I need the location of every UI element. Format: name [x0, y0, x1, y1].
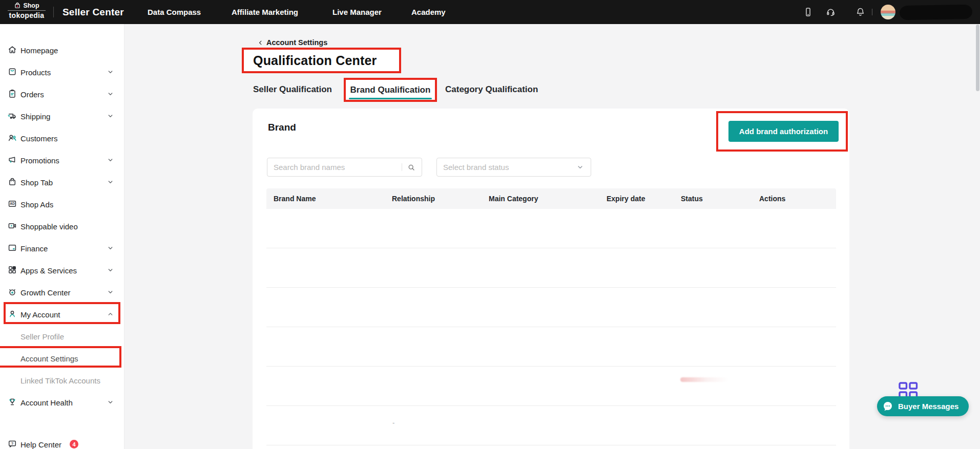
- sidebar-item-homepage[interactable]: Homepage: [0, 39, 124, 61]
- sidebar-item-promotions[interactable]: Promotions: [0, 149, 124, 171]
- chevron-down-icon[interactable]: [106, 178, 115, 186]
- annotation-box-active-tab: Brand Qualification: [344, 78, 437, 102]
- chevron-down-icon[interactable]: [106, 90, 115, 98]
- sidebar-item-customers[interactable]: Customers: [0, 127, 124, 149]
- table-row: [266, 367, 836, 406]
- sidebar-item-shoppable-video[interactable]: Shoppable video: [0, 215, 124, 237]
- sidebar-item-linked-tiktok-accounts[interactable]: Linked TikTok Accounts: [0, 369, 124, 391]
- sidebar-item-shop-tab[interactable]: Shop Tab: [0, 171, 124, 193]
- tab-brand-qualification[interactable]: Brand Qualification: [350, 85, 431, 95]
- tab-category-qualification[interactable]: Category Qualification: [445, 82, 538, 97]
- breadcrumb[interactable]: Account Settings: [257, 38, 327, 47]
- chevron-up-icon[interactable]: [106, 310, 115, 318]
- logo-shop-row: Shop: [14, 2, 39, 9]
- sidebar-item-help-center[interactable]: ?Help Center4: [0, 433, 124, 449]
- sidebar-item-label: Orders: [20, 90, 44, 98]
- column-header-main-category: Main Category: [482, 195, 599, 203]
- search-input[interactable]: [267, 163, 402, 172]
- sidebar-item-label: Shop Tab: [20, 178, 53, 186]
- annotation-box-page-title: Qualification Center: [242, 48, 401, 73]
- sidebar-item-shop-ads[interactable]: ADShop Ads: [0, 193, 124, 215]
- notifications-bell-icon[interactable]: [855, 7, 866, 17]
- sidebar-item-label: Account Settings: [20, 354, 78, 362]
- apps-services-icon: [7, 265, 17, 275]
- finance-icon: [7, 243, 17, 253]
- chevron-down-icon[interactable]: [106, 156, 115, 164]
- topnav-academy[interactable]: Academy: [411, 0, 446, 24]
- sidebar-item-finance[interactable]: Finance: [0, 237, 124, 259]
- table-row: [266, 406, 836, 445]
- chevron-down-icon[interactable]: [106, 398, 115, 407]
- chevron-down-icon[interactable]: [106, 288, 115, 296]
- add-brand-authorization-button[interactable]: Add brand authorization: [728, 121, 839, 142]
- svg-text:?: ?: [11, 441, 14, 446]
- avatar[interactable]: [881, 5, 895, 19]
- page-title: Qualification Center: [244, 53, 377, 68]
- shop-tab-icon: [7, 177, 17, 187]
- help-center-badge: 4: [70, 440, 78, 448]
- svg-text:AD: AD: [10, 202, 15, 205]
- topnav-affiliate-marketing[interactable]: Affiliate Marketing: [232, 0, 298, 24]
- chevron-left-icon: [257, 39, 264, 46]
- chevron-down-icon[interactable]: [106, 68, 115, 76]
- redacted-status-smudge: [680, 377, 729, 382]
- table-row: [266, 288, 836, 327]
- brand-search-field: [267, 158, 422, 177]
- brand-status-select[interactable]: Select brand status: [436, 158, 591, 177]
- sidebar-item-label: Finance: [20, 244, 48, 252]
- tab-seller-qualification[interactable]: Seller Qualification: [253, 82, 332, 97]
- product-name-seller-center[interactable]: Seller Center: [62, 0, 124, 24]
- topnav-live-manager[interactable]: Live Manager: [332, 0, 382, 24]
- shop-bag-icon: [14, 2, 21, 9]
- shop-tokopedia-logo[interactable]: Shop tokopedia: [6, 2, 48, 19]
- sidebar-item-account-settings[interactable]: Account Settings: [0, 347, 124, 369]
- shoppable-video-icon: [7, 221, 17, 231]
- sidebar-item-apps-services[interactable]: Apps & Services: [0, 259, 124, 281]
- sidebar-item-orders[interactable]: Orders: [0, 83, 124, 105]
- chevron-down-icon[interactable]: [106, 266, 115, 274]
- products-icon: [7, 67, 17, 77]
- mobile-app-icon[interactable]: [803, 7, 814, 17]
- sidebar-item-growth-center[interactable]: Growth Center: [0, 281, 124, 303]
- sidebar-item-label: Shipping: [20, 112, 50, 120]
- account-health-icon: [7, 397, 17, 407]
- column-header-expiry-date: Expiry date: [599, 195, 674, 203]
- growth-center-icon: [7, 287, 17, 297]
- sidebar-item-products[interactable]: Products: [0, 61, 124, 83]
- chevron-down-icon[interactable]: [106, 244, 115, 252]
- sidebar-item-label: Account Health: [20, 398, 73, 407]
- buyer-messages-button[interactable]: Buyer Messages: [877, 396, 969, 416]
- sidebar-item-account-health[interactable]: Account Health: [0, 391, 124, 413]
- help-center-icon: ?: [7, 439, 17, 449]
- customers-icon: [7, 133, 17, 143]
- brand-table: Brand NameRelationshipMain CategoryExpir…: [266, 188, 836, 445]
- sidebar-item-my-account[interactable]: My Account: [0, 303, 124, 325]
- brand-status-placeholder: Select brand status: [437, 163, 576, 172]
- active-tab-underline: [349, 98, 432, 99]
- column-header-brand-name: Brand Name: [266, 195, 385, 203]
- topnav-data-compass[interactable]: Data Compass: [148, 0, 201, 24]
- main-content: Account Settings Qualification Center Br…: [124, 24, 980, 449]
- chevron-down-icon[interactable]: [106, 112, 115, 120]
- breadcrumb-label: Account Settings: [266, 38, 327, 47]
- topbar-divider: [872, 9, 872, 15]
- scrollbar-thumb[interactable]: [976, 25, 979, 91]
- empty-cell-dash: -: [392, 419, 394, 426]
- home-icon: [7, 45, 17, 55]
- sidebar-item-label: My Account: [20, 310, 60, 318]
- table-row: [266, 327, 836, 367]
- logo-divider-line: [8, 10, 46, 11]
- sidebar-item-label: Shoppable video: [20, 222, 78, 230]
- logo-shop-label: Shop: [23, 2, 39, 9]
- column-header-actions: Actions: [752, 195, 836, 203]
- sidebar-item-label: Apps & Services: [20, 266, 77, 274]
- sidebar-item-label: Seller Profile: [20, 332, 64, 340]
- sidebar-item-label: Linked TikTok Accounts: [20, 376, 100, 384]
- sidebar-item-seller-profile[interactable]: Seller Profile: [0, 325, 124, 347]
- sidebar-item-label: Growth Center: [20, 288, 71, 296]
- buyer-messages-label: Buyer Messages: [898, 402, 958, 411]
- headset-support-icon[interactable]: [825, 7, 836, 17]
- logo-brand-label: tokopedia: [9, 11, 45, 19]
- sidebar-item-shipping[interactable]: Shipping: [0, 105, 124, 127]
- search-icon[interactable]: [407, 163, 416, 172]
